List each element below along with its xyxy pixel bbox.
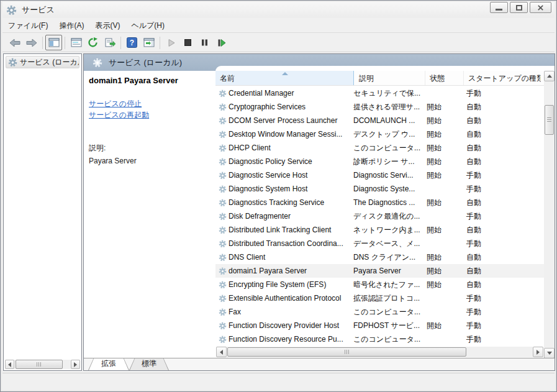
close-button[interactable] <box>530 2 551 13</box>
start-service-button[interactable] <box>163 35 179 50</box>
stop-service-button[interactable] <box>179 35 196 50</box>
tree-item-label: サービス (ローカル) <box>20 57 79 68</box>
service-row[interactable]: domain1 Payara ServerPayara Server開始自動 <box>215 264 544 278</box>
tree-horizontal-scrollbar[interactable] <box>5 360 80 369</box>
arrow-up-icon <box>547 75 552 78</box>
service-gear-icon <box>219 185 227 193</box>
arrow-right-icon <box>537 350 540 355</box>
service-row[interactable]: DNS ClientDNS クライアン...開始自動 <box>215 250 544 264</box>
scrollbar-thumb[interactable] <box>545 105 554 135</box>
service-name: Diagnostic System Host <box>227 185 352 193</box>
view-tabs: 拡張 標準 <box>84 358 555 370</box>
menu-view[interactable]: 表示(V) <box>89 19 125 33</box>
service-row[interactable]: Credential Managerセキュリティで保...手動 <box>215 86 544 100</box>
scroll-right-button[interactable] <box>533 347 543 357</box>
service-row[interactable]: Distributed Link Tracking Clientネットワーク内ま… <box>215 223 544 237</box>
service-row[interactable]: Diagnostic Policy Service診断ポリシー サ...開始自動 <box>215 155 544 168</box>
pause-service-button[interactable] <box>196 35 213 50</box>
service-gear-icon <box>219 89 227 98</box>
restore-icon <box>516 5 522 11</box>
service-row[interactable]: Function Discovery Provider HostFDPHOST … <box>215 319 544 332</box>
scroll-up-button[interactable] <box>544 71 555 81</box>
refresh-button[interactable] <box>84 35 101 50</box>
scroll-left-button[interactable] <box>216 347 227 357</box>
toolbar-separator <box>42 37 43 49</box>
service-gear-icon <box>219 158 227 166</box>
horizontal-scrollbar[interactable] <box>216 347 543 357</box>
menu-help[interactable]: ヘルプ(H) <box>125 19 170 33</box>
service-description: セキュリティで保... <box>352 88 422 99</box>
scroll-right-button[interactable] <box>71 360 80 369</box>
services-gear-icon <box>6 5 17 16</box>
service-startup-type: 手動 <box>461 184 535 194</box>
properties-button[interactable] <box>68 35 84 50</box>
minimize-button[interactable] <box>490 2 508 13</box>
export-list-button[interactable] <box>101 35 118 50</box>
scrollbar-thumb[interactable] <box>16 360 63 369</box>
show-console-tree-button[interactable] <box>45 35 62 50</box>
show-action-pane-button[interactable] <box>140 35 157 50</box>
restart-service-link[interactable]: サービスの再起動 <box>89 110 149 121</box>
column-header-status[interactable]: 状態 <box>425 71 464 86</box>
tab-extended[interactable]: 拡張 <box>88 358 129 370</box>
column-header-name[interactable]: 名前 <box>215 71 354 86</box>
menu-file[interactable]: ファイル(F) <box>2 19 53 33</box>
export-list-icon <box>104 38 115 48</box>
service-row[interactable]: Diagnostics Tracking ServiceThe Diagnost… <box>215 196 544 209</box>
service-gear-icon <box>219 308 227 316</box>
service-row[interactable]: DHCP Clientこのコンピュータ...開始自動 <box>215 141 544 155</box>
service-row[interactable]: Function Discovery Resource Pu...このコンピュー… <box>215 332 544 346</box>
service-name: Diagnostics Tracking Service <box>227 198 352 207</box>
stop-service-link[interactable]: サービスの停止 <box>89 99 142 109</box>
tree-item-services-local[interactable]: サービス (ローカル) <box>6 56 79 68</box>
service-gear-icon <box>219 267 227 275</box>
stop-icon <box>184 39 192 47</box>
service-row[interactable]: DCOM Server Process LauncherDCOMLAUNCH .… <box>215 114 544 127</box>
service-status: 開始 <box>422 102 461 112</box>
back-button[interactable] <box>6 35 23 50</box>
service-row[interactable]: Desktop Window Manager Sessi...デスクトップ ウ.… <box>215 127 544 141</box>
service-gear-icon <box>219 117 227 125</box>
service-startup-type: 手動 <box>461 88 535 99</box>
scrollbar-thumb[interactable] <box>227 347 466 357</box>
service-name: Distributed Link Tracking Client <box>227 226 352 234</box>
column-header-startup-type[interactable]: スタートアップの種類 <box>464 71 541 86</box>
restart-service-button[interactable] <box>213 35 230 50</box>
service-description: Payara Server <box>352 267 422 275</box>
service-row[interactable]: Diagnostic System HostDiagnostic Syste..… <box>215 182 544 196</box>
service-row[interactable]: Distributed Transaction Coordina...データベー… <box>215 237 544 250</box>
scroll-left-button[interactable] <box>5 360 14 369</box>
service-startup-type: 自動 <box>461 252 535 263</box>
restart-icon <box>217 39 226 47</box>
forward-button[interactable] <box>23 35 40 50</box>
service-status: 開始 <box>422 266 461 276</box>
svg-text:?: ? <box>130 39 134 47</box>
service-status: 開始 <box>422 157 461 167</box>
restore-button[interactable] <box>510 2 528 13</box>
services-list: 名前 説明 状態 スタートアップの種類 Credential Managerセキ… <box>215 66 555 358</box>
service-row[interactable]: Disk Defragmenterディスク最適化の...手動 <box>215 209 544 223</box>
tab-standard[interactable]: 標準 <box>129 358 169 370</box>
service-row[interactable]: Extensible Authentication Protocol拡張認証プロ… <box>215 291 544 305</box>
service-row[interactable]: Encrypting File System (EFS)暗号化されたファ...開… <box>215 278 544 291</box>
service-startup-type: 手動 <box>461 321 535 331</box>
service-gear-icon <box>219 294 227 303</box>
service-startup-type: 手動 <box>461 239 535 249</box>
service-description: 診断ポリシー サ... <box>352 157 422 167</box>
vertical-scrollbar[interactable] <box>544 71 555 358</box>
service-row[interactable]: Cryptographic Services提供される管理サ...開始自動 <box>215 100 544 114</box>
service-status: 開始 <box>422 129 461 140</box>
service-startup-type: 自動 <box>461 129 535 140</box>
service-status: 開始 <box>422 116 461 126</box>
main-pane: サービス (ローカル) domain1 Payara Server サービスの停… <box>83 53 555 371</box>
scroll-down-button[interactable] <box>544 348 555 358</box>
service-description: The Diagnostics ... <box>352 198 422 207</box>
help-button[interactable]: ? <box>124 35 140 50</box>
service-description: 拡張認証プロトコ... <box>352 293 422 304</box>
menu-action[interactable]: 操作(A) <box>53 19 89 33</box>
column-header-description[interactable]: 説明 <box>355 71 425 86</box>
service-row[interactable]: Diagnostic Service HostDiagnostic Servi.… <box>215 168 544 182</box>
service-row[interactable]: Faxこのコンピュータ...手動 <box>215 305 544 319</box>
service-gear-icon <box>219 171 227 180</box>
service-name: domain1 Payara Server <box>227 267 352 275</box>
